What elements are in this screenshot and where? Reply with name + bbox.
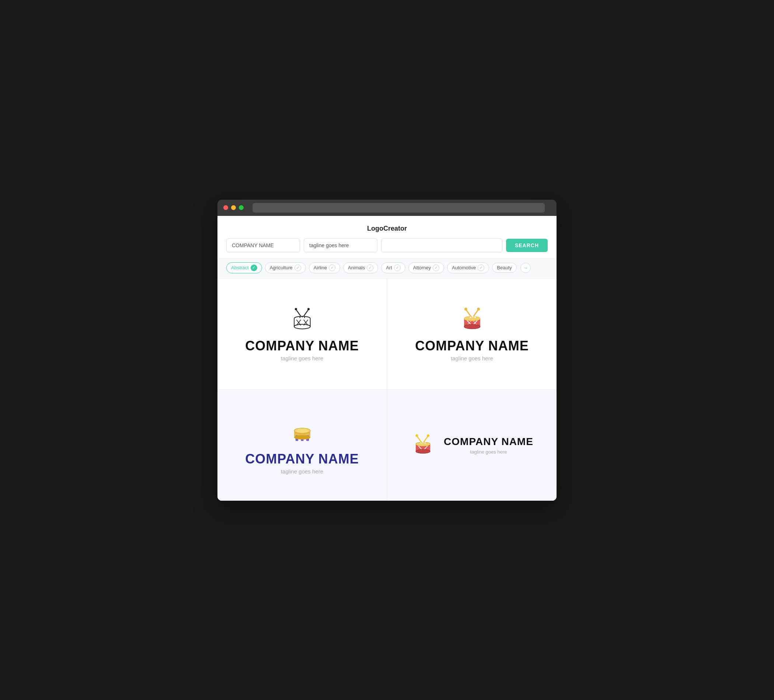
company-name-3: COMPANY NAME [245,451,359,467]
browser-window: LogoCreator SEARCH Abstract ✓ Agricultur… [217,200,557,501]
filter-label-automotive: Automotive [452,265,476,271]
logo-card-2[interactable]: COMPANY NAME tagline goes here [387,279,557,390]
check-icon-animals: ✓ [367,264,373,271]
tagline-input[interactable] [304,238,377,253]
filter-label-art: Art [386,265,392,271]
filter-label-airline: Airline [314,265,327,271]
check-icon-attorney: ✓ [433,264,439,271]
search-bar: SEARCH [217,238,557,258]
svg-point-3 [308,308,309,310]
filter-chip-airline[interactable]: Airline ✓ [309,262,340,273]
svg-point-15 [304,317,305,318]
svg-point-30 [472,316,473,317]
svg-point-2 [294,308,297,310]
filter-chip-beauty[interactable]: Beauty [492,262,516,272]
logo-card-3[interactable]: COMPANY NAME tagline goes here [217,390,387,501]
tagline-3: tagline goes here [281,468,323,474]
filter-chip-agriculture[interactable]: Agriculture ✓ [265,262,306,273]
company-name-input[interactable] [226,238,300,253]
filter-label-attorney: Attorney [413,265,431,271]
filter-label-animals: Animals [348,265,365,271]
svg-point-49 [420,442,422,444]
svg-point-28 [464,324,480,329]
browser-titlebar [217,200,557,216]
search-button[interactable]: SEARCH [506,239,548,252]
app-container: LogoCreator SEARCH Abstract ✓ Agricultur… [217,216,557,501]
filter-label-agriculture: Agriculture [270,265,293,271]
filter-label-abstract: Abstract [231,265,249,271]
app-title: LogoCreator [217,216,557,238]
logo-card-1[interactable]: COMPANY NAME tagline goes here [217,279,387,390]
check-icon-abstract: ✓ [251,264,257,271]
filter-chip-animals[interactable]: Animals ✓ [343,262,378,273]
logo-text-block-4: COMPANY NAME tagline goes here [444,436,533,455]
filter-chip-abstract[interactable]: Abstract ✓ [226,262,262,273]
drum-colored-icon [457,307,487,332]
svg-point-14 [301,316,303,317]
color-input[interactable] [381,238,502,253]
close-button[interactable] [223,205,228,210]
drum-inline-icon [410,433,437,458]
maximize-button[interactable] [239,205,244,210]
filter-chip-art[interactable]: Art ✓ [381,262,405,273]
svg-point-48 [416,449,430,453]
address-bar [253,203,545,213]
filter-label-beauty: Beauty [497,265,511,271]
drum-outline-icon [288,307,317,332]
company-name-1: COMPANY NAME [245,338,359,354]
logo-grid: COMPANY NAME tagline goes here [217,279,557,501]
svg-point-43 [427,434,429,437]
filter-next-button[interactable]: → [521,262,531,273]
svg-point-18 [465,308,467,310]
filter-chip-automotive[interactable]: Automotive ✓ [447,262,489,273]
svg-point-29 [470,317,471,318]
check-icon-agriculture: ✓ [294,264,301,271]
svg-point-31 [474,317,475,318]
tagline-4: tagline goes here [444,449,533,455]
svg-point-19 [477,308,480,310]
minimize-button[interactable] [231,205,236,210]
tagline-2: tagline goes here [451,355,493,362]
filter-chip-attorney[interactable]: Attorney ✓ [408,262,444,273]
svg-point-13 [299,317,300,318]
filter-bar: Abstract ✓ Agriculture ✓ Airline ✓ Anima… [217,258,557,279]
check-icon-airline: ✓ [329,264,336,271]
svg-point-38 [296,429,308,433]
company-name-4: COMPANY NAME [444,436,533,447]
svg-point-42 [415,434,418,437]
tagline-1: tagline goes here [281,355,323,362]
drum-coin-icon [288,416,317,446]
logo-card-4[interactable]: COMPANY NAME tagline goes here [387,390,557,501]
check-icon-automotive: ✓ [478,264,484,271]
check-icon-art: ✓ [394,264,401,271]
svg-point-51 [425,442,426,444]
svg-point-39 [294,435,310,439]
company-name-2: COMPANY NAME [415,338,529,354]
svg-point-50 [422,441,424,443]
